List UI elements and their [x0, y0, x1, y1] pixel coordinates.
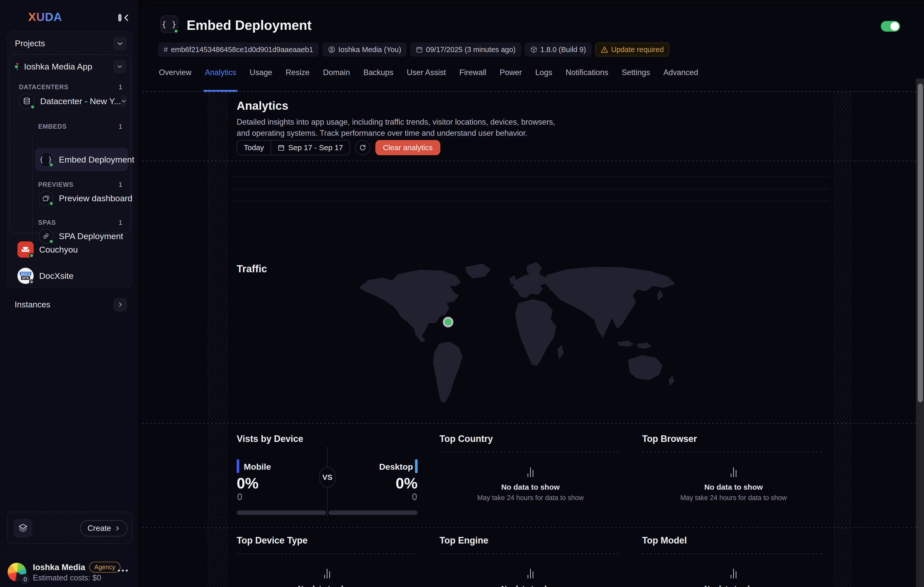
person-icon — [328, 46, 335, 53]
desktop-label: Desktop — [379, 462, 412, 472]
toggle-knob — [890, 22, 899, 31]
tab-logs[interactable]: Logs — [535, 66, 552, 91]
tab-analytics[interactable]: Analytics — [205, 66, 236, 91]
traffic-location-marker[interactable] — [443, 317, 454, 327]
projects-collapse-button[interactable] — [113, 36, 127, 50]
deployment-icon-wrap: { } — [160, 15, 178, 33]
date-label: 09/17/2025 (3 minutes ago) — [426, 46, 516, 54]
right-hatch-strip — [834, 91, 851, 587]
tab-domain[interactable]: Domain — [323, 66, 350, 91]
link-icon — [43, 233, 50, 240]
update-required-label: Update required — [611, 46, 664, 54]
project-tree-container: Ioshka Media App DATACENTERS 1 — [9, 55, 131, 233]
date-badge[interactable]: 09/17/2025 (3 minutes ago) — [411, 43, 521, 56]
deployment-id: emb6f21453486458ce1d0d901d9aaeaaeb1 — [171, 46, 313, 54]
sidebar-item-couchyou[interactable]: Couchyou — [39, 245, 78, 255]
sidebar-item-spa-deployment[interactable]: SPA Deployment — [59, 231, 123, 241]
version-label: 1.8.0 (Build 9) — [540, 46, 586, 54]
top-engine-title: Top Engine — [439, 535, 488, 546]
top-device-type-empty-state: No data to show May take 24 hours for da… — [236, 567, 418, 587]
package-icon — [530, 46, 537, 53]
chevron-left-icon — [123, 14, 129, 21]
instances-row: Instances — [7, 294, 133, 316]
datacenter-collapse-button[interactable] — [121, 95, 127, 107]
user-menu-button[interactable]: ••• — [117, 566, 129, 575]
user-account-row[interactable]: 0 Ioshka Media Agency Estimated costs: $… — [8, 559, 132, 584]
left-hatch-strip — [208, 91, 227, 587]
tab-power[interactable]: Power — [500, 66, 522, 91]
tab-backups[interactable]: Backups — [363, 66, 393, 91]
tab-usage[interactable]: Usage — [249, 66, 272, 91]
sidebar-item-docxsite[interactable]: DocXsite — [39, 271, 74, 281]
empty-subtitle: May take 24 hours for data to show — [680, 494, 787, 502]
today-button[interactable]: Today — [237, 141, 271, 155]
version-badge[interactable]: 1.8.0 (Build 9) — [525, 43, 591, 56]
create-button[interactable]: Create — [80, 520, 127, 536]
sidebar: XUDA Projects Ioshka Media App — [0, 0, 139, 587]
bar-chart-icon — [323, 567, 332, 579]
spas-count: 1 — [119, 219, 122, 227]
agency-badge: Agency — [89, 562, 120, 572]
scrollbar-thumb[interactable] — [918, 84, 923, 402]
analytics-filter-row: Today Sep 17 - Sep 17 Clear analytics — [237, 140, 440, 155]
datacenters-label: DATACENTERS — [19, 83, 68, 91]
tab-notifications[interactable]: Notifications — [566, 66, 608, 91]
bar-chart-icon — [526, 567, 535, 579]
clear-analytics-button[interactable]: Clear analytics — [375, 140, 440, 155]
embed-item-label: Embed Deployment — [59, 155, 134, 165]
app-collapse-button[interactable] — [113, 60, 126, 73]
instances-expand-button[interactable] — [114, 298, 127, 311]
windows-icon — [42, 194, 50, 202]
previews-label: PREVIEWS — [38, 181, 74, 189]
traffic-title: Traffic — [237, 263, 267, 274]
owner-label: Ioshka Media (You) — [338, 46, 401, 54]
tab-user-assist[interactable]: User Assist — [407, 66, 446, 91]
top-country-title: Top Country — [439, 433, 493, 444]
tab-firewall[interactable]: Firewall — [459, 66, 486, 91]
page-title: Embed Deployment — [186, 17, 312, 33]
tab-advanced[interactable]: Advanced — [663, 66, 698, 91]
sidebar-item-embed-deployment[interactable]: { } Embed Deployment — [35, 148, 128, 171]
sidebar-item-datacenter[interactable]: Datacenter - New Y... — [40, 96, 121, 106]
status-dot-green — [49, 201, 54, 206]
datacenters-count: 1 — [119, 83, 122, 91]
estimated-costs: Estimated costs: $0 — [33, 573, 101, 582]
analytics-description: Detailed insights into app usage, includ… — [237, 117, 565, 139]
top-engine-divider — [439, 553, 621, 554]
refresh-button[interactable] — [355, 140, 370, 155]
mobile-percent: 0% — [237, 475, 259, 492]
tab-overview[interactable]: Overview — [159, 66, 191, 91]
projects-title: Projects — [15, 39, 45, 48]
status-dot-gray — [29, 279, 34, 284]
refresh-icon — [359, 144, 366, 151]
hash-icon: # — [164, 45, 168, 54]
collapse-sidebar-button[interactable] — [116, 11, 131, 24]
tab-resize[interactable]: Resize — [286, 66, 310, 91]
chevron-right-icon — [115, 526, 120, 531]
deployment-meta-badges: # emb6f21453486458ce1d0d901d9aaeaaeb1 Io… — [158, 43, 669, 56]
mobile-label: Mobile — [244, 462, 271, 472]
empty-title: No data to show — [501, 483, 560, 491]
date-range-label: Sep 17 - Sep 17 — [288, 143, 343, 152]
deployment-power-toggle[interactable] — [881, 21, 900, 31]
spas-label: SPAS — [38, 219, 56, 226]
top-country-divider — [439, 451, 621, 452]
sidebar-item-app[interactable]: Ioshka Media App — [24, 62, 92, 71]
scrollbar-track[interactable] — [916, 79, 924, 587]
sidebar-item-preview-dashboard[interactable]: Preview dashboard — [59, 193, 132, 203]
top-model-title: Top Model — [642, 535, 687, 546]
chevron-down-icon — [117, 63, 123, 69]
tab-settings[interactable]: Settings — [622, 66, 650, 91]
mobile-count: 0 — [237, 492, 242, 502]
create-card: Create — [7, 512, 133, 544]
owner-badge[interactable]: Ioshka Media (You) — [323, 43, 407, 56]
desktop-accent-bar — [415, 459, 417, 473]
top-browser-divider — [642, 451, 825, 452]
bar-chart-icon — [729, 567, 738, 579]
update-required-badge[interactable]: Update required — [596, 43, 669, 56]
empty-subtitle: May take 24 hours for data to show — [477, 494, 584, 502]
deployment-id-badge[interactable]: # emb6f21453486458ce1d0d901d9aaeaaeb1 — [158, 43, 318, 56]
date-range-button[interactable]: Sep 17 - Sep 17 — [271, 141, 350, 155]
chart-gridline — [232, 189, 829, 189]
braces-icon: { } — [162, 20, 177, 29]
